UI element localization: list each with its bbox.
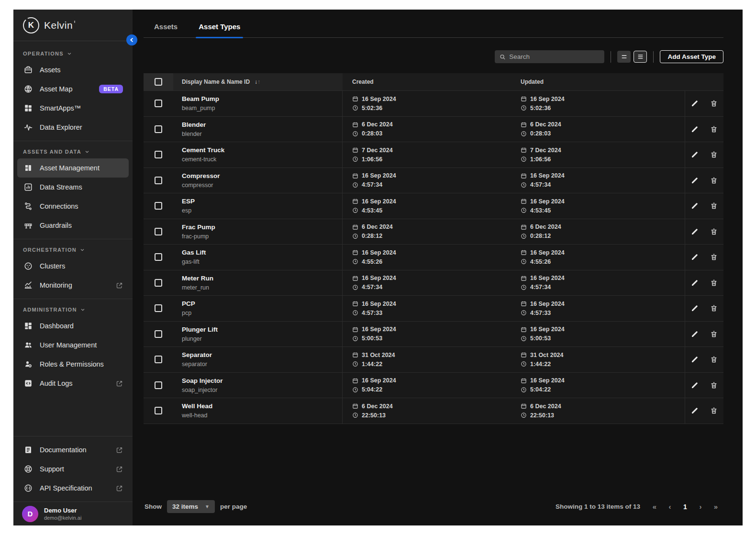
section-header-orchestration[interactable]: ORCHESTRATION: [13, 242, 133, 257]
sidebar-collapse-button[interactable]: [126, 34, 137, 45]
edit-button[interactable]: [691, 253, 699, 261]
delete-button[interactable]: [710, 228, 718, 235]
delete-button[interactable]: [710, 125, 718, 133]
pencil-icon: [691, 381, 699, 389]
delete-button[interactable]: [710, 304, 718, 312]
asset-type-name-id: beam_pump: [182, 105, 342, 112]
sidebar-item-connections[interactable]: Connections: [17, 197, 129, 216]
actions-cell: [685, 245, 723, 270]
delete-button[interactable]: [710, 356, 718, 363]
sidebar-item-roles-permissions[interactable]: Roles & Permissions: [17, 355, 129, 374]
asset-type-name-id: plunger: [182, 335, 342, 342]
calendar-icon: [521, 301, 527, 307]
sidebar-item-asset-management[interactable]: Asset Management: [17, 158, 129, 178]
sidebar: K Kelvin OPERATIONS Assets Asset Map BET: [13, 10, 133, 525]
tab-asset-types[interactable]: Asset Types: [199, 22, 240, 37]
tab-assets[interactable]: Assets: [154, 22, 178, 37]
row-checkbox[interactable]: [155, 100, 162, 107]
sidebar-item-documentation[interactable]: Documentation: [17, 440, 129, 459]
asset-type-name-id: esp: [182, 207, 342, 214]
asset-type-display-name: Well Head: [182, 402, 342, 410]
edit-button[interactable]: [691, 177, 699, 184]
column-header-updated[interactable]: Updated: [511, 73, 685, 90]
row-checkbox[interactable]: [155, 253, 162, 261]
sidebar-item-data-streams[interactable]: Data Streams: [17, 178, 129, 197]
sidebar-item-smartapps[interactable]: SmartApps™: [17, 99, 129, 118]
edit-button[interactable]: [691, 100, 699, 107]
sidebar-item-label: Asset Management: [40, 164, 100, 172]
row-checkbox[interactable]: [155, 381, 162, 389]
previous-page-button[interactable]: ‹: [662, 502, 678, 511]
search-input[interactable]: [509, 53, 600, 60]
sidebar-item-user-management[interactable]: User Management: [17, 335, 129, 355]
updated-date: 7 Dec 2024: [530, 147, 561, 154]
edit-button[interactable]: [691, 356, 699, 363]
next-page-button[interactable]: ›: [693, 502, 708, 511]
first-page-button[interactable]: «: [647, 502, 662, 511]
delete-button[interactable]: [710, 279, 718, 287]
sidebar-item-label: Audit Logs: [40, 380, 73, 387]
row-checkbox[interactable]: [155, 330, 162, 338]
users-icon: [24, 341, 33, 349]
add-asset-type-button[interactable]: Add Asset Type: [660, 50, 723, 63]
updated-cell: 6 Dec 2024 0:28:12: [511, 219, 685, 245]
column-header-name[interactable]: Display Name & Name ID ↓↑: [173, 73, 343, 90]
section-header-assets-and-data[interactable]: ASSETS AND DATA: [13, 144, 133, 158]
sidebar-item-assets[interactable]: Assets: [17, 60, 129, 79]
last-page-button[interactable]: »: [708, 502, 723, 511]
edit-button[interactable]: [691, 125, 699, 133]
sidebar-item-asset-map[interactable]: Asset Map BETA: [17, 79, 129, 99]
sidebar-item-api-specification[interactable]: API Specification: [17, 479, 129, 498]
clock-icon: [352, 412, 358, 418]
delete-button[interactable]: [710, 151, 718, 158]
delete-button[interactable]: [710, 202, 718, 210]
row-checkbox[interactable]: [155, 177, 162, 184]
created-date: 16 Sep 2024: [362, 275, 396, 281]
row-checkbox[interactable]: [155, 407, 162, 414]
section-header-administration[interactable]: ADMINISTRATION: [13, 302, 133, 316]
edit-button[interactable]: [691, 381, 699, 389]
sidebar-item-clusters[interactable]: Clusters: [17, 257, 129, 276]
calendar-icon: [521, 96, 527, 102]
row-checkbox[interactable]: [155, 151, 162, 158]
delete-button[interactable]: [710, 407, 718, 414]
sort-icon[interactable]: ↓↑: [255, 78, 260, 85]
edit-button[interactable]: [691, 304, 699, 312]
sidebar-item-support[interactable]: Support: [17, 459, 129, 479]
edit-button[interactable]: [691, 151, 699, 158]
delete-button[interactable]: [710, 177, 718, 184]
column-header-actions: [685, 73, 723, 90]
row-checkbox[interactable]: [155, 304, 162, 312]
search-box[interactable]: [495, 50, 604, 63]
page-size-dropdown[interactable]: 32 items ▼: [167, 500, 215, 513]
pencil-icon: [691, 279, 699, 287]
row-checkbox[interactable]: [155, 125, 162, 133]
column-header-created[interactable]: Created: [343, 73, 511, 90]
comfortable-view-button[interactable]: [617, 51, 631, 63]
delete-button[interactable]: [710, 330, 718, 338]
kelvin-logo-icon: K: [23, 17, 39, 34]
sidebar-item-data-explorer[interactable]: Data Explorer: [17, 118, 129, 137]
row-checkbox[interactable]: [155, 202, 162, 210]
clusters-icon: [24, 262, 33, 270]
edit-button[interactable]: [691, 228, 699, 235]
sidebar-item-audit-logs[interactable]: Audit Logs: [17, 374, 129, 393]
user-profile[interactable]: D Demo User demo@kelvin.ai: [13, 502, 133, 525]
row-checkbox[interactable]: [155, 228, 162, 235]
sidebar-item-guardrails[interactable]: Guardrails: [17, 216, 129, 235]
edit-button[interactable]: [691, 330, 699, 338]
select-all-checkbox[interactable]: [155, 78, 162, 86]
delete-button[interactable]: [710, 253, 718, 261]
section-header-operations[interactable]: OPERATIONS: [13, 46, 133, 60]
delete-button[interactable]: [710, 100, 718, 107]
edit-button[interactable]: [691, 279, 699, 287]
edit-button[interactable]: [691, 202, 699, 210]
compact-view-button[interactable]: [634, 51, 647, 63]
edit-button[interactable]: [691, 407, 699, 414]
sidebar-item-dashboard[interactable]: Dashboard: [17, 316, 129, 335]
row-checkbox[interactable]: [155, 356, 162, 363]
sidebar-item-monitoring[interactable]: Monitoring: [17, 276, 129, 295]
delete-button[interactable]: [710, 381, 718, 389]
trash-icon: [710, 151, 718, 158]
row-checkbox[interactable]: [155, 279, 162, 287]
